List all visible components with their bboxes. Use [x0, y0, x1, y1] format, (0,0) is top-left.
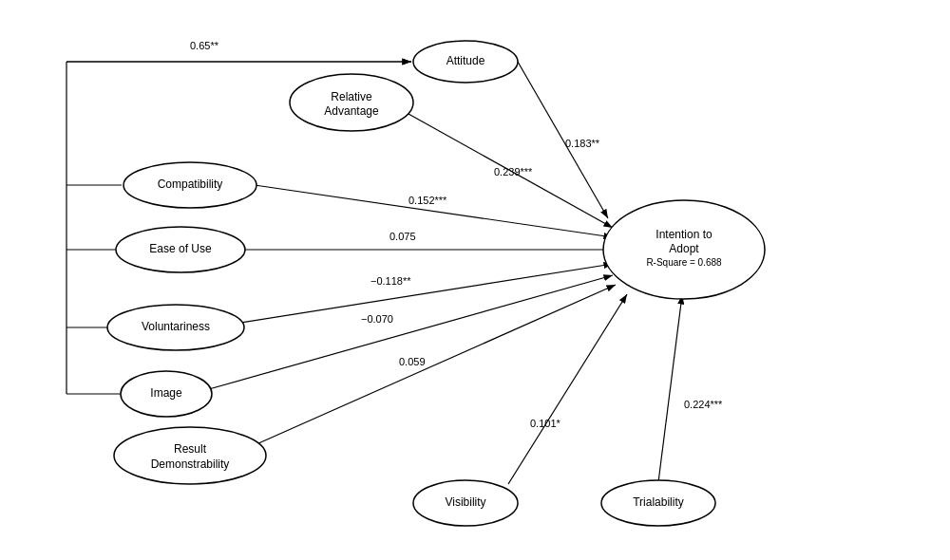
arrow-trialability-intention	[658, 295, 682, 482]
label-visibility: Visibility	[445, 495, 485, 509]
label-trialability: Trialability	[633, 495, 684, 509]
label-ease-intention: 0.075	[390, 231, 416, 242]
label-result-demo-1: Result	[174, 442, 207, 456]
label-compatibility: Compatibility	[158, 177, 223, 191]
label-compat-intention: 0.152***	[408, 195, 447, 206]
label-trialability-intention: 0.224***	[684, 399, 723, 410]
label-intention-2: Adopt	[669, 242, 699, 255]
arrow-vol-intention	[240, 264, 613, 323]
label-image: Image	[150, 386, 182, 400]
arrow-visibility-intention	[508, 294, 627, 484]
label-vol-intention: −0.118**	[370, 275, 411, 287]
label-relative-advantage-2: Advantage	[324, 104, 379, 118]
label-intention-rsquare: R-Square = 0.688	[646, 257, 722, 268]
path-diagram: 0.65** 0.183** 0.239*** 0.152*** 0.075 −…	[0, 0, 950, 560]
label-065: 0.65**	[190, 40, 219, 51]
label-reladvantage-intention: 0.239***	[494, 166, 533, 177]
label-result-demo-2: Demonstrability	[151, 457, 230, 471]
label-intention-1: Intention to	[656, 228, 712, 241]
label-image-intention: −0.070	[361, 313, 393, 325]
label-attitude: Attitude	[446, 54, 485, 67]
label-visibility-intention: 0.101*	[530, 418, 561, 429]
label-attitude-intention: 0.183**	[565, 138, 600, 149]
diagram-container: 0.65** 0.183** 0.239*** 0.152*** 0.075 −…	[0, 0, 950, 560]
label-relative-advantage-1: Relative	[331, 90, 372, 103]
label-ease-of-use: Ease of Use	[149, 242, 212, 255]
label-voluntariness: Voluntariness	[142, 320, 210, 333]
arrow-image-intention	[209, 275, 613, 389]
arrow-compat-intention	[255, 185, 613, 237]
arrow-resultdemo-intention	[256, 285, 616, 444]
label-resultdemo-intention: 0.059	[399, 356, 426, 367]
